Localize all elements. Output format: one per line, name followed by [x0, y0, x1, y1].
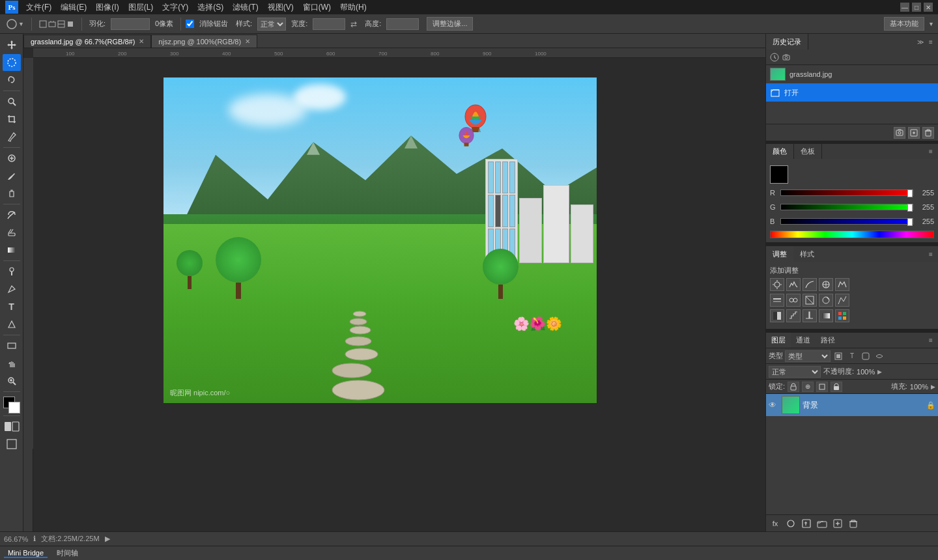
- adjust-hsl[interactable]: [770, 294, 784, 307]
- red-thumb[interactable]: [907, 189, 913, 197]
- history-expand-btn[interactable]: ≫: [916, 37, 925, 46]
- blend-mode-select[interactable]: 正常: [769, 366, 821, 378]
- minimize-button[interactable]: —: [900, 3, 909, 12]
- layers-type-select[interactable]: 类型: [785, 350, 831, 362]
- layer-new-btn[interactable]: [831, 518, 844, 529]
- layers-tab-paths[interactable]: 路径: [816, 333, 840, 348]
- tool-marquee[interactable]: [3, 54, 21, 71]
- adjust-tab-styles[interactable]: 样式: [793, 246, 821, 262]
- tool-screen-mode[interactable]: [3, 436, 21, 453]
- layers-filter-shape[interactable]: [860, 350, 872, 362]
- tab-grassland-close[interactable]: ✕: [139, 38, 144, 45]
- history-tab[interactable]: 历史记录: [766, 34, 808, 49]
- hue-bar[interactable]: [770, 231, 934, 238]
- tool-spot-heal[interactable]: [3, 150, 21, 167]
- tool-brush[interactable]: [3, 167, 21, 184]
- adjust-edge-button[interactable]: 调整边缘...: [427, 17, 473, 31]
- workspace-mode-button[interactable]: 基本功能: [884, 17, 924, 31]
- tool-path-select[interactable]: [3, 316, 21, 333]
- tool-rectangle[interactable]: [3, 337, 21, 354]
- menu-edit[interactable]: 编辑(E): [57, 1, 91, 14]
- layer-adjust-btn[interactable]: [800, 518, 813, 529]
- tool-crop[interactable]: [3, 111, 21, 128]
- adjust-curves[interactable]: [803, 278, 817, 291]
- tool-eyedropper[interactable]: [3, 128, 21, 145]
- adjust-menu-btn[interactable]: ≡: [926, 249, 935, 259]
- tool-history-brush[interactable]: [3, 206, 21, 223]
- lock-pixels-btn[interactable]: [788, 382, 799, 392]
- color-menu-btn[interactable]: ≡: [926, 147, 935, 156]
- tool-zoom[interactable]: [3, 372, 21, 389]
- layers-filter-pixel[interactable]: [832, 350, 844, 362]
- adjust-tab-adjust[interactable]: 调整: [766, 246, 793, 262]
- tool-dodge[interactable]: [3, 263, 21, 280]
- adjust-colorbalance[interactable]: [786, 294, 801, 307]
- layers-tab-channels[interactable]: 通道: [791, 333, 816, 348]
- adjust-invert[interactable]: [770, 309, 784, 322]
- feather-input[interactable]: [111, 18, 150, 30]
- adjust-gradient-map[interactable]: [819, 309, 833, 322]
- tool-move[interactable]: [3, 36, 21, 53]
- tool-eraser[interactable]: [3, 224, 21, 241]
- background-color-preview[interactable]: [775, 170, 793, 188]
- adjust-vibrance[interactable]: [835, 278, 849, 291]
- foreground-background-colors[interactable]: [3, 397, 20, 413]
- history-menu-btn[interactable]: ≡: [926, 37, 935, 46]
- menu-filter[interactable]: 滤镜(T): [229, 1, 262, 14]
- fill-arrow[interactable]: ▶: [931, 384, 935, 390]
- tab-grassland[interactable]: grassland.jpg @ 66.7%(RGB/8#) ✕: [23, 35, 151, 48]
- close-button[interactable]: ✕: [924, 3, 933, 12]
- tool-hand[interactable]: [3, 355, 21, 372]
- tool-lasso[interactable]: [3, 72, 21, 89]
- adjust-threshold[interactable]: [803, 309, 817, 322]
- color-tab-swatches[interactable]: 色板: [794, 144, 822, 159]
- workspace-arrow[interactable]: ▼: [928, 21, 934, 27]
- antialias-checkbox[interactable]: [186, 20, 194, 28]
- menu-layer[interactable]: 图层(L): [124, 1, 158, 14]
- menu-view[interactable]: 视图(V): [264, 1, 298, 14]
- menu-help[interactable]: 帮助(H): [336, 1, 371, 14]
- tool-quick-mask[interactable]: [3, 418, 21, 435]
- maximize-button[interactable]: □: [912, 3, 921, 12]
- adjust-brightness[interactable]: [770, 278, 784, 291]
- adjust-selective-color[interactable]: [835, 309, 849, 322]
- history-snapshot-btn[interactable]: [894, 127, 905, 139]
- history-delete-btn[interactable]: [922, 127, 934, 139]
- tool-quickselect[interactable]: [3, 93, 21, 110]
- history-new-doc-btn[interactable]: [908, 127, 920, 139]
- adjust-bw[interactable]: [803, 294, 817, 307]
- lock-artboard-btn[interactable]: [816, 382, 828, 392]
- tool-text[interactable]: T: [3, 298, 21, 315]
- layer-item-background[interactable]: 👁 背景 🔒: [766, 394, 938, 416]
- layers-filter-text[interactable]: T: [846, 350, 858, 362]
- menu-window[interactable]: 窗口(W): [299, 1, 335, 14]
- history-item-1[interactable]: 打开: [766, 83, 938, 102]
- tool-clone[interactable]: [3, 185, 21, 202]
- menu-image[interactable]: 图像(I): [92, 1, 122, 14]
- blue-thumb[interactable]: [907, 218, 913, 226]
- tab-njsz[interactable]: njsz.png @ 100%(RGB/8) ✕: [151, 35, 257, 48]
- blue-slider[interactable]: [780, 218, 913, 225]
- style-select[interactable]: 正常: [257, 18, 286, 31]
- tool-pen[interactable]: [3, 281, 21, 298]
- layers-filter-smart[interactable]: [874, 350, 885, 362]
- bottom-tab-timeline[interactable]: 时间轴: [53, 548, 82, 558]
- bottom-tab-minbridge[interactable]: Mini Bridge: [4, 549, 48, 558]
- lock-all-btn[interactable]: [831, 382, 842, 392]
- layer-group-btn[interactable]: [816, 518, 829, 529]
- tab-njsz-close[interactable]: ✕: [245, 38, 250, 45]
- layer-delete-btn[interactable]: [847, 518, 860, 529]
- opacity-arrow[interactable]: ▶: [877, 369, 884, 375]
- height-input[interactable]: [386, 18, 419, 30]
- menu-text[interactable]: 文字(Y): [158, 1, 192, 14]
- tool-gradient[interactable]: [3, 242, 21, 259]
- layers-tab-layers[interactable]: 图层: [766, 333, 791, 348]
- green-thumb[interactable]: [907, 204, 913, 212]
- red-slider[interactable]: [780, 189, 913, 196]
- tool-shape-selector[interactable]: ▼: [4, 18, 27, 31]
- menu-select[interactable]: 选择(S): [193, 1, 227, 14]
- layer-mask-btn[interactable]: [784, 518, 797, 529]
- background-color[interactable]: [8, 402, 20, 413]
- status-arrow[interactable]: ▶: [105, 535, 110, 543]
- status-info-icon[interactable]: ℹ: [33, 535, 36, 543]
